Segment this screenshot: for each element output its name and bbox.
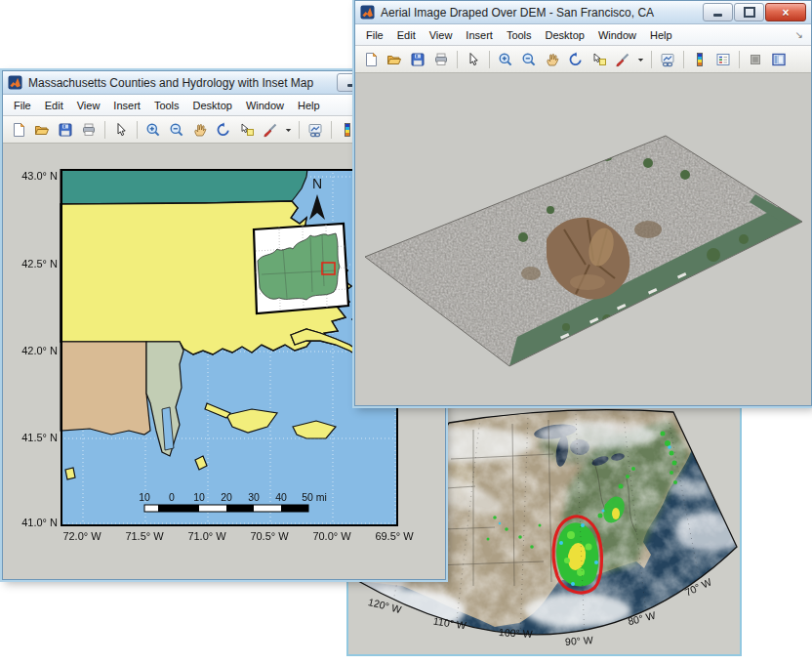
menu-item-view[interactable]: View	[423, 27, 460, 43]
insert-colorbar-button[interactable]	[689, 49, 710, 70]
show-plot-tools-icon	[771, 52, 787, 67]
zoom-out-button[interactable]	[166, 119, 187, 141]
close-button[interactable]: ×	[765, 3, 806, 21]
maximize-icon	[744, 7, 755, 18]
massachusetts-map[interactable]: N 10	[60, 169, 399, 526]
brush-dropdown-button[interactable]	[635, 49, 646, 70]
data-cursor-icon	[239, 122, 255, 138]
brush-dropdown-button[interactable]	[283, 119, 294, 141]
menu-item-file[interactable]: File	[7, 98, 38, 113]
open-file-icon	[386, 52, 402, 67]
lon-label: 71.0° W	[178, 530, 236, 542]
pan-icon	[545, 52, 560, 67]
svg-text:20: 20	[221, 491, 232, 503]
menu-item-window[interactable]: Window	[591, 27, 643, 43]
print-figure-button[interactable]	[78, 119, 100, 141]
menu-item-help[interactable]: Help	[291, 98, 327, 113]
matlab-logo-icon	[8, 75, 22, 90]
zoom-in-button[interactable]	[495, 49, 516, 70]
toolbar-separator	[489, 51, 490, 68]
edit-cursor-button[interactable]	[463, 49, 484, 70]
menu-item-edit[interactable]: Edit	[38, 98, 70, 113]
open-file-button[interactable]	[384, 49, 405, 70]
rotate-3d-button[interactable]	[565, 49, 587, 70]
toolbar-separator	[137, 121, 138, 139]
region-new-york	[61, 342, 150, 435]
menu-item-desktop[interactable]: Desktop	[539, 27, 591, 43]
menu-item-window[interactable]: Window	[239, 98, 291, 113]
save-figure-button[interactable]	[55, 119, 76, 141]
brush-button[interactable]	[612, 49, 633, 70]
menu-item-help[interactable]: Help	[643, 27, 679, 43]
toolbar-separator	[683, 51, 684, 68]
minimize-icon	[713, 14, 722, 17]
lon-label: 69.5° W	[365, 530, 424, 542]
maximize-button[interactable]	[734, 3, 764, 21]
new-figure-button[interactable]	[8, 119, 29, 141]
close-icon: ×	[782, 7, 789, 19]
insert-legend-button[interactable]	[712, 49, 734, 70]
weather-lon-label: 100° W	[499, 626, 533, 640]
toolbar-separator	[739, 51, 740, 68]
toolbar-separator	[299, 121, 300, 139]
title-bar[interactable]: Aerial Image Draped Over DEM - San Franc…	[355, 1, 811, 24]
svg-text:10: 10	[193, 491, 205, 503]
window-title: Massachusetts Counties and Hydrology wit…	[28, 76, 313, 90]
toolbar-separator	[331, 121, 332, 139]
brush-dropdown-icon	[635, 52, 646, 67]
rotate-3d-icon	[568, 52, 584, 67]
edit-cursor-icon	[466, 52, 481, 67]
toolbar-separator	[104, 121, 105, 139]
svg-text:50 mi: 50 mi	[302, 491, 327, 503]
lat-label: 43.0° N	[5, 170, 58, 182]
zoom-out-button[interactable]	[518, 49, 540, 70]
menu-item-desktop[interactable]: Desktop	[186, 98, 239, 113]
menu-overflow-icon[interactable]: ↘	[795, 29, 807, 40]
lat-label: 41.0° N	[5, 517, 58, 528]
menu-item-insert[interactable]: Insert	[106, 98, 147, 113]
menu-item-edit[interactable]: Edit	[390, 27, 423, 43]
zoom-in-button[interactable]	[142, 119, 164, 141]
pan-button[interactable]	[542, 49, 563, 70]
insert-legend-icon	[715, 52, 731, 67]
hide-plot-tools-button[interactable]	[745, 49, 766, 70]
print-figure-icon	[81, 122, 97, 138]
weather-lon-label: 90° W	[565, 634, 593, 647]
menu-item-tools[interactable]: Tools	[147, 98, 186, 113]
minimize-button[interactable]	[703, 3, 733, 21]
dem-3d-view[interactable]	[355, 73, 809, 405]
print-figure-button[interactable]	[430, 49, 452, 70]
rotate-3d-icon	[216, 122, 231, 138]
menu-bar: File Edit View Insert Tools Desktop Wind…	[355, 24, 811, 46]
zoom-out-icon	[169, 122, 184, 138]
show-plot-tools-button[interactable]	[768, 49, 790, 70]
edit-cursor-button[interactable]	[110, 119, 132, 141]
brush-button[interactable]	[260, 119, 281, 141]
insert-colorbar-icon	[340, 122, 355, 138]
figure-canvas[interactable]	[355, 73, 811, 405]
link-plot-button[interactable]	[657, 49, 678, 70]
menu-item-insert[interactable]: Insert	[459, 27, 500, 43]
new-figure-button[interactable]	[360, 49, 382, 70]
region-new-hampshire	[61, 169, 307, 204]
menu-item-tools[interactable]: Tools	[500, 27, 539, 43]
window-title: Aerial Image Draped Over DEM - San Franc…	[381, 6, 654, 20]
link-plot-button[interactable]	[304, 119, 326, 141]
lon-label: 72.0° W	[53, 530, 111, 542]
svg-text:30: 30	[248, 491, 260, 503]
pan-icon	[192, 122, 208, 138]
rotate-3d-button[interactable]	[213, 119, 234, 141]
zoom-out-icon	[521, 52, 537, 67]
pan-button[interactable]	[189, 119, 211, 141]
hide-plot-tools-icon	[748, 52, 763, 67]
save-figure-button[interactable]	[407, 49, 428, 70]
lat-label: 42.0° N	[5, 345, 58, 356]
menu-item-view[interactable]: View	[70, 98, 107, 113]
brush-icon	[615, 52, 630, 67]
data-cursor-button[interactable]	[589, 49, 610, 70]
data-cursor-button[interactable]	[236, 119, 258, 141]
svg-text:10: 10	[139, 491, 150, 503]
lat-label: 42.5° N	[5, 258, 58, 270]
open-file-button[interactable]	[31, 119, 53, 141]
menu-item-file[interactable]: File	[359, 27, 390, 43]
